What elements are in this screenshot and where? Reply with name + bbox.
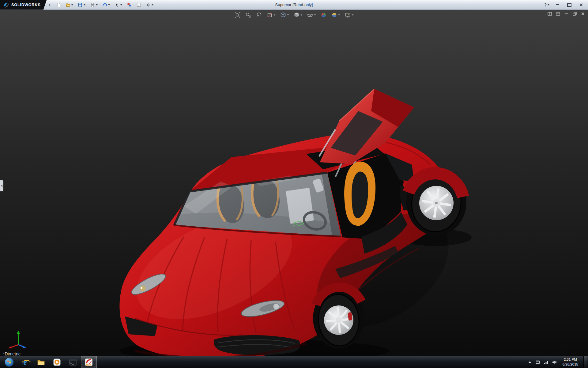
pane-single-button[interactable] bbox=[555, 11, 561, 16]
view-orientation-button[interactable] bbox=[280, 12, 289, 18]
media-player-icon bbox=[53, 358, 61, 366]
tray-app-icon bbox=[536, 360, 540, 364]
clock-time: 2:31 PM bbox=[564, 357, 577, 362]
new-document-button[interactable] bbox=[55, 2, 62, 8]
zoom-to-area-icon bbox=[245, 12, 251, 18]
save-document-button[interactable] bbox=[77, 2, 86, 8]
dropdown-caret-icon bbox=[314, 14, 316, 16]
appearance-ball-icon bbox=[321, 12, 327, 18]
minimize-icon bbox=[556, 4, 559, 5]
dropdown-caret-icon bbox=[338, 14, 340, 16]
standard-toolbar bbox=[55, 2, 154, 8]
dropdown-caret-icon bbox=[287, 14, 289, 16]
view-settings-button[interactable] bbox=[345, 12, 354, 18]
show-desktop-button[interactable] bbox=[583, 356, 587, 368]
ie-orbit-icon bbox=[21, 359, 31, 363]
solidworks-logo[interactable]: SOLIDWORKS bbox=[0, 0, 47, 10]
maximize-icon bbox=[567, 3, 571, 7]
zoom-to-fit-icon bbox=[235, 12, 241, 18]
close-icon bbox=[579, 3, 583, 6]
scene-icon bbox=[331, 12, 337, 18]
close-button[interactable] bbox=[578, 2, 584, 7]
menu-flyout-icon[interactable] bbox=[49, 3, 51, 6]
volume-button[interactable] bbox=[552, 356, 557, 368]
taskbar-item-internet-explorer[interactable]: e bbox=[17, 356, 33, 368]
svg-text:>_: >_ bbox=[70, 362, 74, 365]
taskbar-item-solidworks-2015[interactable]: 2015 bbox=[81, 356, 97, 368]
taskbar-item-media-player[interactable] bbox=[49, 356, 65, 368]
section-view-button[interactable] bbox=[266, 12, 276, 18]
zoom-to-fit-button[interactable] bbox=[234, 12, 241, 18]
apply-scene-button[interactable] bbox=[331, 12, 341, 18]
taskbar: e >_ bbox=[0, 356, 588, 368]
reference-triad bbox=[7, 329, 28, 348]
doc-close-button[interactable] bbox=[580, 11, 586, 16]
undo-button[interactable] bbox=[102, 2, 111, 8]
window-controls: ? bbox=[544, 2, 588, 7]
maximize-button[interactable] bbox=[566, 2, 573, 7]
display-style-icon bbox=[294, 12, 300, 18]
feature-panel-expand-handle[interactable] bbox=[0, 180, 3, 191]
solidworks-2015-icon: 2015 bbox=[85, 358, 93, 366]
clock-date: 6/26/2015 bbox=[563, 362, 578, 367]
new-document-icon bbox=[56, 2, 61, 7]
display-style-button[interactable] bbox=[293, 12, 303, 18]
app-name: SOLIDWORKS bbox=[11, 2, 41, 7]
glasses-icon bbox=[307, 12, 313, 18]
doc-minimize-button[interactable] bbox=[564, 11, 569, 16]
start-button[interactable] bbox=[1, 356, 17, 368]
dropdown-caret-icon bbox=[108, 4, 110, 6]
network-icon bbox=[544, 360, 548, 364]
print-document-button[interactable] bbox=[89, 2, 98, 8]
restore-icon bbox=[573, 12, 577, 16]
supercar-model bbox=[0, 10, 588, 356]
dropdown-caret-icon bbox=[152, 4, 153, 6]
solidworks-logo-icon bbox=[3, 2, 9, 8]
open-document-button[interactable] bbox=[65, 2, 74, 8]
document-window-controls bbox=[547, 11, 586, 16]
taskbar-item-command-prompt[interactable]: >_ bbox=[65, 356, 81, 368]
heads-up-view-toolbar bbox=[234, 12, 354, 18]
graphics-viewport[interactable]: *Dimetric bbox=[0, 10, 588, 356]
close-icon bbox=[581, 12, 585, 15]
options-button[interactable] bbox=[145, 2, 154, 8]
dropdown-caret-icon bbox=[71, 4, 73, 6]
taskbar-item-file-explorer[interactable] bbox=[33, 356, 49, 368]
doc-restore-button[interactable] bbox=[572, 11, 577, 16]
command-prompt-icon: >_ bbox=[69, 358, 77, 366]
section-view-icon bbox=[267, 12, 273, 18]
minimize-button[interactable] bbox=[554, 2, 561, 7]
dropdown-caret-icon bbox=[274, 14, 276, 16]
sheet-icon bbox=[136, 2, 141, 7]
tray-app-button[interactable] bbox=[535, 356, 541, 368]
undo-icon bbox=[102, 2, 107, 7]
titlebar: SOLIDWORKS bbox=[0, 0, 588, 10]
save-document-icon bbox=[78, 2, 83, 7]
taskbar-apps: e >_ bbox=[0, 356, 97, 368]
previous-view-icon bbox=[256, 12, 262, 18]
windows-start-icon bbox=[4, 357, 14, 367]
pane-layout-button[interactable] bbox=[547, 11, 552, 16]
minimize-icon bbox=[565, 13, 568, 14]
network-button[interactable] bbox=[543, 356, 549, 368]
previous-view-button[interactable] bbox=[256, 12, 262, 18]
help-button[interactable]: ? bbox=[544, 2, 549, 7]
dropdown-caret-icon bbox=[301, 14, 303, 16]
split-pane-icon bbox=[548, 12, 552, 16]
print-document-icon bbox=[90, 2, 95, 7]
dropdown-caret-icon bbox=[120, 4, 122, 6]
edit-appearance-button[interactable] bbox=[320, 12, 327, 18]
folder-icon bbox=[37, 358, 45, 366]
chevron-left-icon bbox=[1, 185, 2, 187]
hide-show-items-button[interactable] bbox=[307, 12, 316, 18]
dropdown-caret-icon bbox=[548, 4, 549, 6]
zoom-to-area-button[interactable] bbox=[245, 12, 252, 18]
single-pane-icon bbox=[556, 12, 560, 16]
dropdown-caret-icon bbox=[352, 14, 354, 16]
select-cursor-icon bbox=[115, 2, 119, 7]
taskbar-clock[interactable]: 2:31 PM 6/26/2015 bbox=[560, 356, 581, 368]
select-tool-button[interactable] bbox=[114, 2, 123, 8]
xpress-tools-button[interactable] bbox=[126, 2, 132, 8]
hidden-icons-button[interactable] bbox=[527, 356, 532, 368]
sheet-properties-button[interactable] bbox=[136, 2, 142, 8]
